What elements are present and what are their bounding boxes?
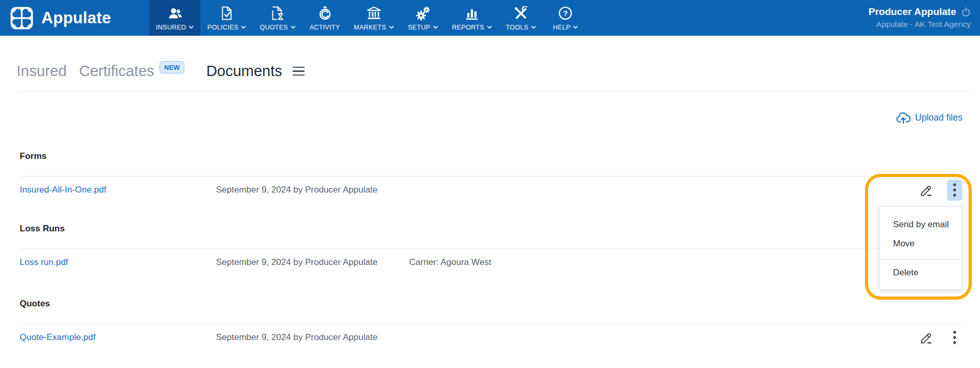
nav-label: POLICIES bbox=[207, 24, 238, 31]
top-nav-bar: Appulate INSURED bbox=[0, 0, 980, 36]
nav-label: ACTIVITY bbox=[310, 24, 340, 31]
file-link[interactable]: Quote-Example.pdf bbox=[20, 332, 216, 343]
section-title: Quotes bbox=[20, 299, 963, 310]
nav-quotes[interactable]: QUOTES bbox=[253, 0, 302, 36]
menu-item-delete[interactable]: Delete bbox=[880, 263, 962, 282]
chevron-down-icon bbox=[487, 25, 492, 29]
quote-doc-icon bbox=[271, 6, 284, 21]
power-icon[interactable] bbox=[961, 7, 971, 17]
brand-home-link[interactable]: Appulate bbox=[0, 0, 149, 36]
svg-text:?: ? bbox=[563, 9, 568, 18]
user-name[interactable]: Producer Appulate bbox=[869, 6, 956, 18]
brand-name: Appulate bbox=[41, 9, 111, 27]
section-title: Forms bbox=[20, 151, 963, 163]
chevron-down-icon bbox=[433, 25, 438, 29]
file-meta: September 9, 2024 by Producer Appulate bbox=[216, 185, 409, 195]
page-tabs: Insured Certificates NEW Documents bbox=[17, 51, 973, 92]
nav-label: INSURED bbox=[156, 24, 186, 31]
file-row: Quote-Example.pdf September 9, 2024 by P… bbox=[20, 324, 963, 351]
bar-chart-icon bbox=[465, 6, 479, 21]
nav-policies[interactable]: POLICIES bbox=[200, 0, 253, 36]
tools-icon bbox=[514, 6, 528, 21]
file-row: Insured-All-In-One.pdf September 9, 2024… bbox=[20, 176, 963, 203]
hamburger-menu-icon[interactable] bbox=[293, 67, 305, 76]
nav-activity[interactable]: ACTIVITY bbox=[302, 0, 347, 36]
menu-divider bbox=[880, 259, 962, 260]
section-forms: Forms Insured-All-In-One.pdf September 9… bbox=[20, 151, 963, 203]
nav-label: SETUP bbox=[408, 24, 430, 31]
chevron-down-icon bbox=[531, 25, 536, 29]
file-link[interactable]: Loss run.pdf bbox=[20, 257, 216, 268]
nav-label: QUOTES bbox=[260, 24, 288, 31]
file-context-menu: Send by email Move Delete bbox=[879, 206, 962, 290]
edit-pencil-icon[interactable] bbox=[919, 331, 933, 345]
bank-icon bbox=[367, 6, 381, 21]
nav-label: REPORTS bbox=[452, 24, 484, 31]
nav-label: MARKETS bbox=[354, 24, 386, 31]
kebab-menu-icon[interactable] bbox=[947, 327, 962, 348]
appulate-logo-icon bbox=[10, 7, 33, 30]
chevron-down-icon bbox=[573, 25, 578, 29]
upload-files-button[interactable]: Upload files bbox=[896, 112, 962, 124]
user-box: Producer Appulate Appulate - AK Test Age… bbox=[869, 0, 980, 36]
file-carrier: Carrier: Agoura West bbox=[409, 257, 491, 268]
agency-name: Appulate - AK Test Agency bbox=[869, 20, 971, 29]
file-meta: September 9, 2024 by Producer Appulate bbox=[216, 257, 409, 268]
section-loss-runs: Loss Runs Loss run.pdf September 9, 2024… bbox=[20, 224, 963, 276]
users-icon bbox=[167, 6, 183, 21]
tab-documents[interactable]: Documents bbox=[206, 63, 282, 80]
activity-timer-icon bbox=[318, 6, 332, 21]
documents-page: Appulate INSURED bbox=[0, 0, 980, 368]
policy-doc-icon bbox=[221, 6, 233, 21]
nav-insured[interactable]: INSURED bbox=[149, 0, 200, 36]
nav-label: TOOLS bbox=[506, 24, 529, 31]
row-actions bbox=[919, 324, 962, 351]
file-row: Loss run.pdf September 9, 2024 by Produc… bbox=[20, 249, 963, 276]
upload-row: Upload files bbox=[896, 112, 962, 124]
menu-item-send-by-email[interactable]: Send by email bbox=[880, 215, 962, 234]
edit-pencil-icon[interactable] bbox=[919, 183, 933, 197]
nav-markets[interactable]: MARKETS bbox=[347, 0, 401, 36]
nav-setup[interactable]: SETUP bbox=[401, 0, 445, 36]
section-title: Loss Runs bbox=[20, 224, 963, 235]
help-icon: ? bbox=[558, 6, 572, 21]
upload-files-label: Upload files bbox=[915, 112, 962, 123]
gears-icon bbox=[416, 6, 430, 21]
file-link[interactable]: Insured-All-In-One.pdf bbox=[20, 185, 216, 195]
nav-help[interactable]: ? HELP bbox=[543, 0, 588, 36]
tab-certificates[interactable]: Certificates bbox=[79, 63, 154, 80]
nav-tools[interactable]: TOOLS bbox=[499, 0, 543, 36]
nav-label: HELP bbox=[553, 24, 570, 31]
menu-item-move[interactable]: Move bbox=[880, 234, 962, 253]
chevron-down-icon bbox=[241, 25, 246, 29]
tab-insured[interactable]: Insured bbox=[17, 63, 67, 80]
row-actions bbox=[919, 176, 962, 203]
nav-reports[interactable]: REPORTS bbox=[445, 0, 499, 36]
chevron-down-icon bbox=[389, 25, 394, 29]
kebab-menu-icon[interactable] bbox=[947, 180, 962, 201]
main-nav: INSURED POLICIES bbox=[149, 0, 588, 36]
chevron-down-icon bbox=[291, 25, 296, 29]
new-badge[interactable]: NEW bbox=[160, 61, 184, 73]
chevron-down-icon bbox=[189, 25, 194, 29]
section-quotes: Quotes Quote-Example.pdf September 9, 20… bbox=[20, 299, 963, 351]
file-meta: September 9, 2024 by Producer Appulate bbox=[216, 332, 409, 343]
cloud-upload-icon bbox=[896, 112, 911, 124]
